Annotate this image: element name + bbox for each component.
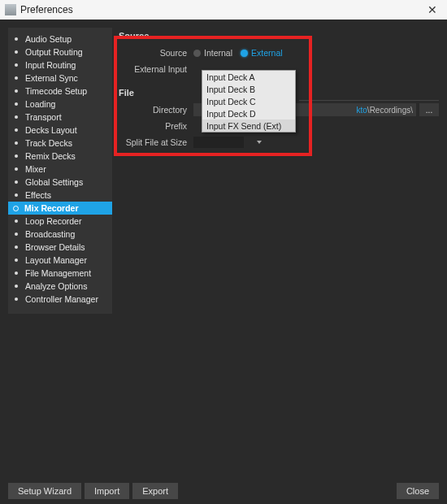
bullet-icon [15,154,18,158]
prefix-label: Prefix [117,121,193,131]
bullet-icon [15,245,18,249]
sidebar-item[interactable]: Track Decks [8,137,112,150]
sidebar-item[interactable]: Loop Recorder [8,215,112,228]
sidebar-item-label: Track Decks [25,138,72,148]
sidebar-item-label: External Sync [25,73,78,83]
close-button[interactable]: Close [397,483,439,499]
external-input-dropdown[interactable]: Input Deck AInput Deck BInput Deck CInpu… [202,70,296,133]
chevron-down-icon[interactable] [255,137,263,148]
radio-external-label: External [251,48,283,58]
source-label: Source [117,48,193,58]
sidebar-item[interactable]: Mix Recorder [8,202,112,215]
bullet-icon [15,180,18,184]
bullet-icon [15,193,18,197]
sidebar-item[interactable]: Controller Manager [8,293,112,306]
sidebar-item-label: Decks Layout [25,125,77,135]
sidebar-item-label: Mixer [25,164,46,174]
sidebar-item-label: File Management [25,268,91,278]
setup-wizard-button[interactable]: Setup Wizard [8,483,81,499]
window-close-button[interactable]: ✕ [423,3,442,16]
radio-dot-icon [241,50,248,57]
bullet-icon [15,272,18,275]
bullet-icon [15,115,18,119]
browse-button[interactable]: ... [419,103,439,116]
sidebar: Audio SetupOutput RoutingInput RoutingEx… [8,28,112,314]
export-button[interactable]: Export [132,483,178,499]
bullet-icon [15,167,18,171]
split-size-value-field[interactable] [193,137,244,148]
sidebar-item-label: Loop Recorder [25,216,81,226]
sidebar-item-label: Broadcasting [25,229,75,239]
bullet-icon [15,102,18,106]
dropdown-option[interactable]: Input Deck B [202,83,295,95]
bullet-icon [15,37,18,41]
bullet-icon [15,89,18,93]
sidebar-item-label: Layout Manager [25,255,87,265]
sidebar-item[interactable]: Input Routing [8,59,112,72]
sidebar-item[interactable]: Analyze Options [8,280,112,293]
source-section-title: Source [119,31,439,41]
sidebar-item[interactable]: File Management [8,267,112,280]
sidebar-item-label: Output Routing [25,47,83,57]
bullet-icon [15,128,18,132]
sidebar-item-label: Controller Manager [25,294,98,304]
bullet-icon [15,141,18,145]
sidebar-item[interactable]: Loading [8,98,112,111]
bullet-icon [15,219,18,223]
sidebar-item[interactable]: Mixer [8,163,112,176]
sidebar-item[interactable]: Transport [8,111,112,124]
content-area: Audio SetupOutput RoutingInput RoutingEx… [0,20,447,504]
directory-path-prefix: kto [357,106,367,115]
bullet-icon [15,50,18,54]
sidebar-item-label: Browser Details [25,242,85,252]
app-icon [5,4,16,15]
sidebar-item-label: Transport [25,112,62,122]
split-size-label: Split File at Size [117,137,193,147]
sidebar-item-label: Analyze Options [25,281,87,291]
import-button[interactable]: Import [85,483,129,499]
bullet-icon [15,259,18,262]
window-title: Preferences [20,4,73,15]
sidebar-item[interactable]: Output Routing [8,46,112,59]
bullet-icon [13,206,19,211]
sidebar-item[interactable]: Effects [8,189,112,202]
split-size-row: Split File at Size [117,135,439,150]
radio-internal[interactable]: Internal [193,48,232,58]
titlebar: Preferences ✕ [0,0,447,20]
sidebar-item[interactable]: Decks Layout [8,124,112,137]
sidebar-item-label: Effects [25,190,51,200]
sidebar-item-label: Audio Setup [25,34,72,44]
external-input-label: External Input [117,64,193,74]
divider [299,100,439,101]
sidebar-item[interactable]: Timecode Setup [8,85,112,98]
dropdown-option[interactable]: Input Deck A [202,71,295,83]
directory-path-value: \Recordings\ [367,106,413,115]
bullet-icon [15,232,18,236]
directory-label: Directory [117,105,193,115]
sidebar-item[interactable]: External Sync [8,72,112,85]
dropdown-option[interactable]: Input Deck C [202,95,295,107]
bullet-icon [15,285,18,288]
sidebar-item[interactable]: Remix Decks [8,150,112,163]
sidebar-item-label: Mix Recorder [24,203,79,213]
sidebar-item-label: Global Settings [25,177,83,187]
sidebar-item-label: Timecode Setup [25,86,87,96]
sidebar-item[interactable]: Audio Setup [8,33,112,46]
bullet-icon [15,298,18,301]
dropdown-option[interactable]: Input Deck D [202,107,295,119]
sidebar-item-label: Loading [25,99,55,109]
dropdown-option[interactable]: Input FX Send (Ext) [202,119,295,132]
sidebar-item[interactable]: Broadcasting [8,228,112,241]
sidebar-item-label: Remix Decks [25,151,76,161]
sidebar-item[interactable]: Browser Details [8,241,112,254]
sidebar-item-label: Input Routing [25,60,76,70]
bullet-icon [15,76,18,80]
sidebar-item[interactable]: Global Settings [8,176,112,189]
radio-external[interactable]: External [241,48,283,58]
radio-internal-label: Internal [204,48,232,58]
source-row: Source Internal External [117,46,439,60]
footer: Setup Wizard Import Export Close [8,483,439,499]
sidebar-item[interactable]: Layout Manager [8,254,112,267]
radio-dot-icon [193,50,201,57]
bullet-icon [15,63,18,67]
